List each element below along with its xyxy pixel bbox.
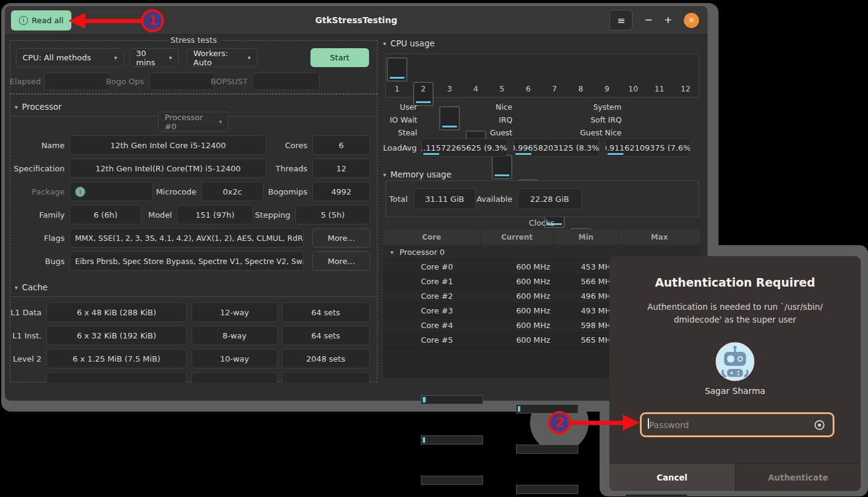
meter-label: IO Wait <box>342 115 417 124</box>
loadavg-5-field: 0.99658203125 (8.3%) <box>513 138 600 157</box>
memory-section-label: Memory usage <box>390 170 451 179</box>
core-number: 8 <box>570 84 591 93</box>
loadavg-15-value: 0.91162109375 (7.6%) <box>605 143 690 152</box>
user-meter <box>421 395 483 404</box>
stepping-field: 5 (5h) <box>295 205 370 224</box>
core-usage-bar <box>442 126 457 127</box>
clocks-header-core[interactable]: Core <box>383 230 481 245</box>
core-min: 496 MHz <box>554 291 615 301</box>
core-name: Core #0 <box>421 262 453 271</box>
clocks-header-min[interactable]: Min <box>554 230 619 245</box>
menu-icon: ≡ <box>617 15 625 26</box>
chevron-down-icon: ▾ <box>15 104 18 110</box>
cache-section-header[interactable]: ▾ Cache <box>15 282 48 293</box>
duration-combo[interactable]: 30 mins ▾ <box>129 48 179 67</box>
chevron-down-icon: ▾ <box>390 249 393 256</box>
cpu-method-value: CPU: All methods <box>23 53 91 62</box>
core-current: 600 MHz <box>481 277 550 286</box>
close-button[interactable]: ✕ <box>684 13 699 28</box>
clocks-group-label: Processor 0 <box>400 248 445 257</box>
chevron-down-icon: ▾ <box>219 118 222 125</box>
core-current: 600 MHz <box>481 306 550 315</box>
cache-partial-field <box>282 372 370 382</box>
memory-total-field: 31.11 GiB <box>414 188 476 209</box>
memory-total-label: Total <box>389 188 410 209</box>
package-label: Package <box>6 182 65 201</box>
flags-more-button[interactable]: More... <box>312 228 370 248</box>
auth-dialog-message: Authentication is needed to run `/usr/sb… <box>631 301 839 326</box>
core-number: 12 <box>675 84 696 93</box>
processor-section-header[interactable]: ▾ Processor <box>15 101 62 112</box>
bugs-label: Bugs <box>6 251 65 271</box>
bugs-field: Eibrs Pbrsb, Spec Store Bypass, Spectre … <box>70 251 304 271</box>
menu-button[interactable]: ≡ <box>609 10 633 30</box>
cache-size-field: 6 x 1.25 MiB (7.5 MiB) <box>46 349 187 368</box>
meter-fill <box>423 437 425 443</box>
authenticate-button[interactable]: Authenticate <box>736 463 861 491</box>
meter-label: System <box>543 102 622 112</box>
chevron-down-icon: ▾ <box>15 284 18 291</box>
loadavg-5-value: 0.99658203125 (8.3%) <box>513 143 600 152</box>
user-name: Sagar Sharma <box>609 386 861 396</box>
chevron-down-icon: ▾ <box>248 54 251 61</box>
core-number: 3 <box>439 84 460 93</box>
reveal-password-icon[interactable] <box>814 419 825 431</box>
clocks-header-max[interactable]: Max <box>619 230 700 245</box>
name-field: 12th Gen Intel Core i5-12400 <box>70 135 267 155</box>
steal-meter <box>421 476 483 485</box>
password-field[interactable] <box>640 412 834 437</box>
user-avatar <box>716 342 755 381</box>
core-min: 493 MHz <box>554 306 615 315</box>
screen: i Read all GtkStressTesting ≡ − + ✕ Stre… <box>0 0 868 497</box>
specification-field: 12th Gen Intel(R) Core(TM) i5-12400 <box>70 159 267 178</box>
core-number: 10 <box>623 84 644 93</box>
clocks-title: Clocks <box>383 218 700 227</box>
package-info-icon[interactable]: i <box>75 187 85 197</box>
arrow-2-line <box>571 421 624 425</box>
close-icon: ✕ <box>688 16 694 24</box>
cpu-method-combo[interactable]: CPU: All methods ▾ <box>16 48 124 67</box>
core-name: Core #4 <box>421 321 453 330</box>
memory-available-label: Available <box>477 188 512 209</box>
chevron-down-icon: ▾ <box>114 54 117 61</box>
core-current: 600 MHz <box>481 335 550 345</box>
cancel-button[interactable]: Cancel <box>609 463 736 491</box>
clocks-header-current[interactable]: Current <box>481 230 554 245</box>
processor-selector-value: Processor #0 <box>165 113 214 131</box>
cpu-core-gauge <box>492 155 512 179</box>
io-wait-meter <box>421 435 483 445</box>
auth-message-line2: dmidecode' as the super user <box>674 315 797 324</box>
password-input[interactable] <box>642 420 833 430</box>
microcode-field: 0x2c <box>201 182 264 201</box>
flags-label: Flags <box>6 228 65 248</box>
stress-tests-legend: Stress tests <box>167 35 221 45</box>
bogomips-label: Bogomips <box>259 182 307 201</box>
core-min: 598 MHz <box>554 321 615 330</box>
core-usage-bar <box>390 77 404 79</box>
core-min: 565 MHz <box>554 335 615 345</box>
cpu-usage-section-header[interactable]: ▾ CPU usage <box>383 38 435 49</box>
specification-label: Specification <box>6 159 65 178</box>
core-min: 453 MHz <box>554 262 615 271</box>
cache-size-field: 6 x 48 KiB (288 KiB) <box>46 302 187 322</box>
loadavg-1-field: 1.11572265625 (9.3%) <box>421 138 508 157</box>
workers-combo[interactable]: Workers: Auto ▾ <box>187 48 257 67</box>
start-label: Start <box>330 53 350 62</box>
meter-label: Steal <box>342 128 417 137</box>
maximize-button[interactable]: + <box>664 15 672 25</box>
flags-field: MMX, SSE(1, 2, 3, 3S, 4.1, 4.2), AVX(1, … <box>70 228 304 248</box>
cache-partial-field <box>192 372 278 382</box>
minimize-button[interactable]: − <box>644 15 652 25</box>
model-label: Model <box>145 205 172 224</box>
maximize-icon: + <box>664 14 672 26</box>
meter-label: IRQ <box>443 115 512 124</box>
memory-section-header[interactable]: ▾ Memory usage <box>383 169 451 180</box>
loadavg-15-field: 0.91162109375 (7.6%) <box>605 138 690 157</box>
cache-ways-field: 10-way <box>192 349 278 368</box>
processor-selector-combo[interactable]: Processor #0 ▾ <box>158 112 229 132</box>
start-button[interactable]: Start <box>310 48 369 67</box>
core-number: 4 <box>465 84 486 93</box>
core-number: 1 <box>387 84 407 93</box>
cache-section-label: Cache <box>22 282 48 292</box>
bugs-more-button[interactable]: More... <box>312 251 370 271</box>
